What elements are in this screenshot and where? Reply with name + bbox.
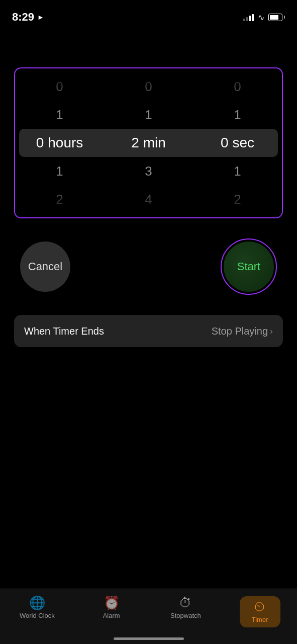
tab-stopwatch[interactable]: ⏱ Stopwatch xyxy=(149,594,223,619)
picker-minutes-item-below2: 5 xyxy=(104,213,193,218)
wifi-icon: ∿ xyxy=(258,13,264,22)
tab-timer-active-bg: ⏲ Timer xyxy=(240,596,280,627)
location-icon: ► xyxy=(37,13,44,21)
picker-minutes-label: min xyxy=(143,135,166,151)
picker-hours-item-above1: 0 xyxy=(15,72,104,101)
alarm-icon: ⏰ xyxy=(104,596,120,609)
picker-hours-item-above0: 1 xyxy=(15,101,104,129)
picker-hours-item-below1: 2 xyxy=(15,185,104,213)
picker-hours-item-below2: 3 xyxy=(15,213,104,218)
timer-ends-value: Stop Playing › xyxy=(212,326,273,337)
picker-hours-label: hours xyxy=(48,135,83,151)
signal-bar-3 xyxy=(249,16,251,21)
picker-hours-selected: 0 hours xyxy=(15,129,104,157)
picker-seconds-selected: 0 sec xyxy=(193,129,282,157)
picker-hours-item xyxy=(15,67,104,72)
picker-minutes-item-below1: 4 xyxy=(104,185,193,213)
picker-seconds-item-above1: 0 xyxy=(193,72,282,101)
home-indicator xyxy=(114,637,184,640)
tab-alarm[interactable]: ⏰ Alarm xyxy=(74,594,149,619)
timer-ends-option: Stop Playing xyxy=(212,326,268,337)
cancel-button[interactable]: Cancel xyxy=(20,242,70,292)
tab-timer[interactable]: ⏲ Timer xyxy=(223,594,297,627)
battery-box xyxy=(268,14,282,21)
status-bar: 8:29 ► ∿ xyxy=(0,0,297,27)
timer-ends-label: When Timer Ends xyxy=(24,326,104,337)
tab-bar: 🌐 World Clock ⏰ Alarm ⏱ Stopwatch ⏲ Time… xyxy=(0,589,297,644)
picker-columns: 0 1 0 hours 1 2 3 0 1 2 min 3 4 5 xyxy=(15,73,282,212)
tab-alarm-label: Alarm xyxy=(103,612,120,619)
picker-hours-column[interactable]: 0 1 0 hours 1 2 3 xyxy=(15,67,104,218)
world-clock-icon: 🌐 xyxy=(29,596,45,609)
picker-seconds-item-below0: 1 xyxy=(193,157,282,185)
picker-seconds-item-below1: 2 xyxy=(193,185,282,213)
picker-seconds-column[interactable]: 0 1 0 sec 1 2 3 xyxy=(193,67,282,218)
picker-minutes-item-above1: 0 xyxy=(104,72,193,101)
tab-world-clock-label: World Clock xyxy=(20,612,55,619)
picker-minutes-item-below0: 3 xyxy=(104,157,193,185)
signal-bars xyxy=(243,13,254,21)
picker-minutes-item xyxy=(104,67,193,72)
start-button[interactable]: Start xyxy=(224,242,274,292)
picker-minutes-column[interactable]: 0 1 2 min 3 4 5 xyxy=(104,67,193,218)
signal-bar-4 xyxy=(252,14,254,21)
battery-fill xyxy=(270,15,278,20)
status-right: ∿ xyxy=(243,13,285,22)
tab-world-clock[interactable]: 🌐 World Clock xyxy=(0,594,74,619)
buttons-row: Cancel Start xyxy=(0,218,297,295)
picker-minutes-item-above0: 1 xyxy=(104,101,193,129)
picker-hours-item-below0: 1 xyxy=(15,157,104,185)
status-time: 8:29 ► xyxy=(12,11,44,24)
picker-minutes-selected: 2 min xyxy=(104,129,193,157)
stopwatch-icon: ⏱ xyxy=(179,596,192,609)
timer-ends-row[interactable]: When Timer Ends Stop Playing › xyxy=(14,315,283,347)
time-display: 8:29 xyxy=(12,11,34,24)
signal-bar-2 xyxy=(246,17,248,21)
timer-icon: ⏲ xyxy=(253,600,266,613)
picker-seconds-item-below2: 3 xyxy=(193,213,282,218)
signal-bar-1 xyxy=(243,19,245,21)
tab-timer-label: Timer xyxy=(252,616,268,623)
tab-stopwatch-label: Stopwatch xyxy=(170,612,201,619)
picker-seconds-item-above0: 1 xyxy=(193,101,282,129)
chevron-right-icon: › xyxy=(270,326,273,337)
battery-container xyxy=(268,14,285,21)
start-button-wrapper: Start xyxy=(221,238,277,295)
timer-picker[interactable]: 0 1 0 hours 1 2 3 0 1 2 min 3 4 5 xyxy=(14,67,283,218)
battery-tip xyxy=(284,16,285,19)
picker-seconds-label: sec xyxy=(233,135,255,151)
picker-seconds-item xyxy=(193,67,282,72)
